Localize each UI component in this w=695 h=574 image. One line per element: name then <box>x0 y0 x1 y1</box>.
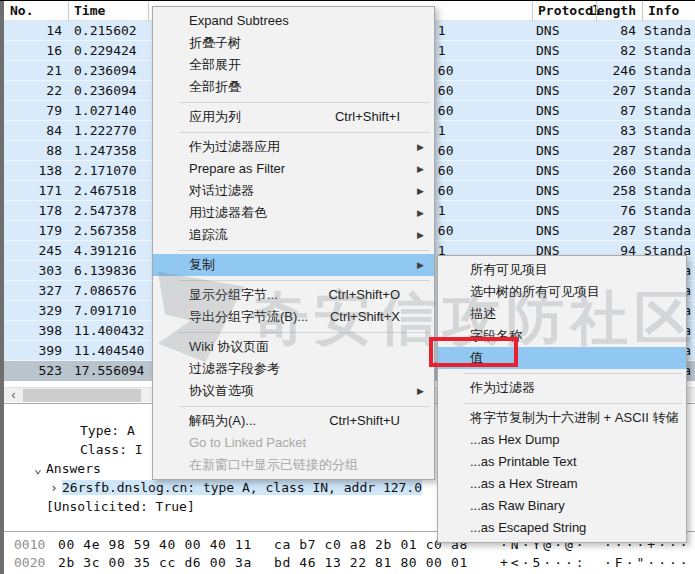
packet-time: 11.400432 <box>74 323 144 338</box>
menu-item[interactable]: Expand Subtrees ▶ <box>153 10 434 32</box>
column-divider[interactable] <box>596 1 597 21</box>
column-divider[interactable] <box>532 1 533 21</box>
column-header-time[interactable]: Time <box>74 3 105 18</box>
submenu-item[interactable]: ▶ <box>438 399 686 407</box>
submenu-arrow-icon: ▶ <box>417 158 424 180</box>
packet-length: 207 <box>552 83 636 98</box>
packet-time: 0.236094 <box>74 83 137 98</box>
submenu-item-label: ...as Escaped String <box>470 520 586 535</box>
menu-item[interactable]: ▶ <box>153 276 434 284</box>
submenu-item-label: ...as Raw Binary <box>470 498 565 513</box>
menu-item[interactable]: ▶ <box>153 128 434 136</box>
tree-toggle-icon[interactable]: ⌄ <box>30 459 46 478</box>
submenu-item[interactable]: 选中树的所有可见项目 ▶ <box>438 281 686 303</box>
submenu-item[interactable]: ...as a Hex Stream ▶ <box>438 473 686 495</box>
packet-no: 327 <box>4 283 62 298</box>
packet-length: 287 <box>552 223 636 238</box>
submenu-item[interactable]: ...as Raw Binary ▶ <box>438 495 686 517</box>
submenu-item[interactable]: ...as Hex Dump ▶ <box>438 429 686 451</box>
menu-item[interactable]: ▶ <box>153 246 434 254</box>
packet-length: 87 <box>552 103 636 118</box>
hex-bytes-left: 2b 3c 00 35 cc d6 00 3a <box>58 554 252 572</box>
column-header-no[interactable]: No. <box>10 3 33 18</box>
menu-item-label: 协议首选项 <box>189 383 254 398</box>
menu-item[interactable]: 复制 ▶ <box>153 254 434 276</box>
menu-item[interactable]: 导出分组字节流(B)... Ctrl+Shift+X ▶ <box>153 306 434 328</box>
menu-item[interactable]: Go to Linked Packet ▶ <box>153 432 434 454</box>
submenu-item[interactable]: 所有可见项目 ▶ <box>438 259 686 281</box>
packet-info: Standa <box>644 203 691 218</box>
submenu-item-label: 作为过滤器 <box>470 380 535 395</box>
menu-item-label: 折叠子树 <box>189 35 241 50</box>
submenu-item[interactable]: ...as Escaped String ▶ <box>438 517 686 539</box>
menu-item[interactable]: 在新窗口中显示已链接的分组 ▶ <box>153 454 434 476</box>
menu-item[interactable]: Wiki 协议页面 ▶ <box>153 336 434 358</box>
packet-info: Standa <box>644 183 691 198</box>
menu-item-label: Expand Subtrees <box>189 13 289 28</box>
menu-item-label: 全部展开 <box>189 57 241 72</box>
detail-text: [Unsolicited: True] <box>46 499 195 514</box>
menu-item[interactable]: 全部折叠 ▶ <box>153 76 434 98</box>
menu-item[interactable]: ▶ <box>153 328 434 336</box>
menu-item-label: 追踪流 <box>189 227 228 242</box>
packet-no: 178 <box>4 203 62 218</box>
menu-item-label: 全部折叠 <box>189 79 241 94</box>
scrollbar-thumb[interactable] <box>23 389 141 402</box>
submenu-item-label: 描述 <box>470 306 496 321</box>
packet-time: 0.236094 <box>74 63 137 78</box>
tree-toggle-icon[interactable]: › <box>46 478 62 497</box>
column-header-length[interactable]: Length <box>552 3 636 18</box>
menu-item-label: 在新窗口中显示已链接的分组 <box>189 457 358 472</box>
submenu-arrow-icon: ▶ <box>417 136 424 158</box>
packet-time: 0.229424 <box>74 43 137 58</box>
hex-bytes-left: 00 4e 98 59 40 00 40 11 <box>58 536 252 554</box>
submenu-item-label: 所有可见项目 <box>470 262 548 277</box>
packet-length: 76 <box>552 203 636 218</box>
packet-time: 7.086576 <box>74 283 137 298</box>
menu-item-label: 过滤器字段参考 <box>189 361 280 376</box>
submenu-item[interactable]: ...as Printable Text ▶ <box>438 451 686 473</box>
submenu-item[interactable]: ▶ <box>438 369 686 377</box>
menu-item[interactable]: 作为过滤器应用 ▶ <box>153 136 434 158</box>
copy-submenu: 所有可见项目 ▶ 选中树的所有可见项目 ▶ 描述 ▶ 字段名称 ▶ 值 ▶ <box>437 255 687 543</box>
column-divider[interactable] <box>642 1 643 21</box>
submenu-item[interactable]: 将字节复制为十六进制 + ASCII 转储 ▶ <box>438 407 686 429</box>
column-header-info[interactable]: Info <box>648 3 679 18</box>
menu-item[interactable]: ▶ <box>153 98 434 106</box>
menu-item[interactable]: 折叠子树 ▶ <box>153 32 434 54</box>
packet-no: 14 <box>4 23 62 38</box>
column-divider[interactable] <box>148 1 149 21</box>
packet-no: 138 <box>4 163 62 178</box>
menu-item-label: Go to Linked Packet <box>189 435 306 450</box>
packet-info: Standa <box>644 123 691 138</box>
packet-length: 260 <box>552 163 636 178</box>
ascii-right: ·F·"···· <box>604 554 691 572</box>
packet-time: 1.247358 <box>74 143 137 158</box>
packet-time: 1.027140 <box>74 103 137 118</box>
submenu-item[interactable]: 描述 ▶ <box>438 303 686 325</box>
menu-item[interactable]: 显示分组字节... Ctrl+Shift+O ▶ <box>153 284 434 306</box>
packet-info: Standa <box>644 163 691 178</box>
menu-item[interactable]: 全部展开 ▶ <box>153 54 434 76</box>
menu-item[interactable]: Prepare as Filter ▶ <box>153 158 434 180</box>
menu-item[interactable]: 协议首选项 ▶ <box>153 380 434 402</box>
packet-no: 88 <box>4 143 62 158</box>
column-divider[interactable] <box>68 1 69 21</box>
menu-item[interactable]: 用过滤器着色 ▶ <box>153 202 434 224</box>
menu-item[interactable]: 解码为(A)... Ctrl+Shift+U ▶ <box>153 410 434 432</box>
menu-item[interactable]: 对话过滤器 ▶ <box>153 180 434 202</box>
detail-text: Class: I <box>80 442 143 457</box>
menu-item[interactable]: ▶ <box>153 402 434 410</box>
packet-time: 2.467518 <box>74 183 137 198</box>
scroll-left-icon[interactable]: ‹ <box>6 388 21 403</box>
hex-row[interactable]: 0020 2b 3c 00 35 cc d6 00 3a bd 46 13 22… <box>4 554 695 572</box>
submenu-arrow-icon: ▶ <box>417 202 424 224</box>
submenu-item[interactable]: 作为过滤器 ▶ <box>438 377 686 399</box>
menu-item[interactable]: 追踪流 ▶ <box>153 224 434 246</box>
menu-item[interactable]: 过滤器字段参考 ▶ <box>153 358 434 380</box>
menu-item[interactable]: 应用为列 Ctrl+Shift+I ▶ <box>153 106 434 128</box>
packet-time: 17.556094 <box>74 363 144 378</box>
menu-item-shortcut: Ctrl+Shift+I <box>335 106 400 128</box>
packet-length: 83 <box>552 123 636 138</box>
submenu-item-label: ...as Printable Text <box>470 454 577 469</box>
